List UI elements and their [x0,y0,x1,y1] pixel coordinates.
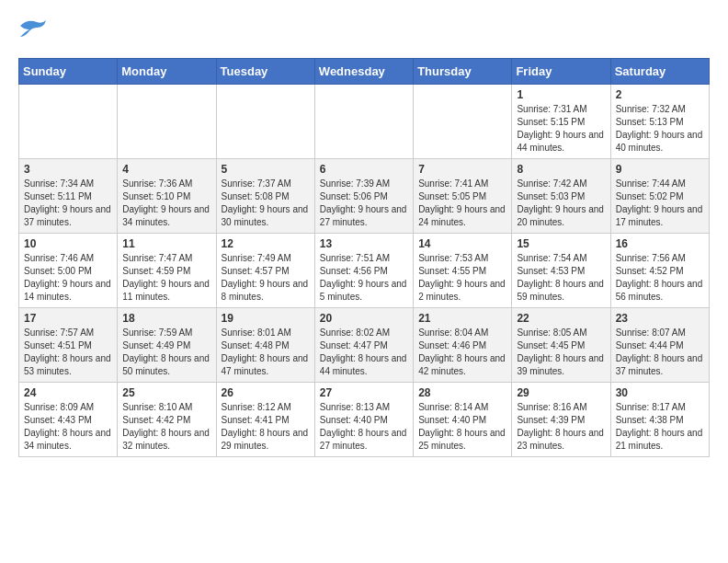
calendar-cell: 3Sunrise: 7:34 AM Sunset: 5:11 PM Daylig… [19,159,118,234]
day-number: 19 [222,312,310,325]
calendar-cell: 18Sunrise: 7:59 AM Sunset: 4:49 PM Dayli… [118,308,216,383]
calendar-cell: 29Sunrise: 8:16 AM Sunset: 4:39 PM Dayli… [512,383,610,457]
day-info: Sunrise: 8:16 AM Sunset: 4:39 PM Dayligh… [517,401,605,453]
calendar-week-row: 24Sunrise: 8:09 AM Sunset: 4:43 PM Dayli… [19,383,710,457]
day-info: Sunrise: 8:12 AM Sunset: 4:41 PM Dayligh… [222,401,310,453]
day-info: Sunrise: 7:51 AM Sunset: 4:56 PM Dayligh… [320,252,408,304]
day-info: Sunrise: 8:13 AM Sunset: 4:40 PM Dayligh… [320,401,408,453]
day-number: 25 [122,386,210,399]
day-info: Sunrise: 7:46 AM Sunset: 5:00 PM Dayligh… [24,252,112,304]
column-header-sunday: Sunday [19,59,118,85]
day-number: 18 [122,312,210,325]
calendar-cell: 4Sunrise: 7:36 AM Sunset: 5:10 PM Daylig… [118,159,216,234]
day-info: Sunrise: 7:34 AM Sunset: 5:11 PM Dayligh… [24,178,112,229]
day-info: Sunrise: 7:59 AM Sunset: 4:49 PM Dayligh… [122,327,210,378]
day-number: 22 [517,312,605,325]
column-header-thursday: Thursday [414,59,512,85]
day-info: Sunrise: 7:44 AM Sunset: 5:02 PM Dayligh… [616,178,704,229]
day-info: Sunrise: 8:09 AM Sunset: 4:43 PM Dayligh… [24,401,112,453]
day-info: Sunrise: 8:07 AM Sunset: 4:44 PM Dayligh… [616,327,704,378]
calendar-cell: 20Sunrise: 8:02 AM Sunset: 4:47 PM Dayli… [314,308,413,383]
day-info: Sunrise: 7:53 AM Sunset: 4:55 PM Dayligh… [418,252,506,304]
calendar-cell: 17Sunrise: 7:57 AM Sunset: 4:51 PM Dayli… [19,308,118,383]
calendar-cell: 16Sunrise: 7:56 AM Sunset: 4:52 PM Dayli… [610,234,709,308]
calendar-cell [414,85,512,159]
calendar-cell: 25Sunrise: 8:10 AM Sunset: 4:42 PM Dayli… [118,383,216,457]
calendar-week-row: 10Sunrise: 7:46 AM Sunset: 5:00 PM Dayli… [19,234,710,308]
day-info: Sunrise: 7:37 AM Sunset: 5:08 PM Dayligh… [222,178,310,229]
day-number: 26 [222,386,310,399]
calendar-cell: 12Sunrise: 7:49 AM Sunset: 4:57 PM Dayli… [216,234,314,308]
day-info: Sunrise: 7:57 AM Sunset: 4:51 PM Dayligh… [24,327,112,378]
calendar-cell [118,85,216,159]
day-number: 2 [616,88,704,101]
calendar-cell: 21Sunrise: 8:04 AM Sunset: 4:46 PM Dayli… [414,308,512,383]
day-info: Sunrise: 7:32 AM Sunset: 5:13 PM Dayligh… [616,103,704,155]
calendar-week-row: 1Sunrise: 7:31 AM Sunset: 5:15 PM Daylig… [19,85,710,159]
column-header-tuesday: Tuesday [216,59,314,85]
calendar-cell: 24Sunrise: 8:09 AM Sunset: 4:43 PM Dayli… [19,383,118,457]
day-number: 11 [122,237,210,250]
day-number: 24 [24,386,112,399]
logo-text [18,18,48,43]
calendar-cell: 10Sunrise: 7:46 AM Sunset: 5:00 PM Dayli… [19,234,118,308]
day-info: Sunrise: 8:14 AM Sunset: 4:40 PM Dayligh… [418,401,506,453]
calendar-cell: 15Sunrise: 7:54 AM Sunset: 4:53 PM Dayli… [512,234,610,308]
calendar-cell: 14Sunrise: 7:53 AM Sunset: 4:55 PM Dayli… [414,234,512,308]
calendar-cell [314,85,413,159]
column-header-wednesday: Wednesday [314,59,413,85]
day-number: 14 [418,237,506,250]
day-info: Sunrise: 7:56 AM Sunset: 4:52 PM Dayligh… [616,252,704,304]
day-info: Sunrise: 7:36 AM Sunset: 5:10 PM Dayligh… [122,178,210,229]
day-number: 4 [122,163,210,176]
column-header-friday: Friday [512,59,610,85]
calendar-cell: 7Sunrise: 7:41 AM Sunset: 5:05 PM Daylig… [414,159,512,234]
day-number: 8 [517,163,605,176]
day-number: 23 [616,312,704,325]
day-info: Sunrise: 8:05 AM Sunset: 4:45 PM Dayligh… [517,327,605,378]
calendar-cell: 8Sunrise: 7:42 AM Sunset: 5:03 PM Daylig… [512,159,610,234]
day-number: 13 [320,237,408,250]
logo-bird-icon [20,18,48,39]
calendar-week-row: 3Sunrise: 7:34 AM Sunset: 5:11 PM Daylig… [19,159,710,234]
day-number: 28 [418,386,506,399]
day-number: 1 [517,88,605,101]
day-info: Sunrise: 7:49 AM Sunset: 4:57 PM Dayligh… [222,252,310,304]
day-number: 5 [222,163,310,176]
page-header [18,18,710,43]
calendar-cell: 19Sunrise: 8:01 AM Sunset: 4:48 PM Dayli… [216,308,314,383]
day-number: 29 [517,386,605,399]
day-number: 3 [24,163,112,176]
day-number: 16 [616,237,704,250]
day-info: Sunrise: 7:47 AM Sunset: 4:59 PM Dayligh… [122,252,210,304]
calendar-cell [19,85,118,159]
day-info: Sunrise: 7:31 AM Sunset: 5:15 PM Dayligh… [517,103,605,155]
day-number: 6 [320,163,408,176]
day-number: 27 [320,386,408,399]
calendar-cell: 28Sunrise: 8:14 AM Sunset: 4:40 PM Dayli… [414,383,512,457]
calendar-cell [216,85,314,159]
day-info: Sunrise: 8:10 AM Sunset: 4:42 PM Dayligh… [122,401,210,453]
day-number: 15 [517,237,605,250]
day-number: 10 [24,237,112,250]
calendar-cell: 1Sunrise: 7:31 AM Sunset: 5:15 PM Daylig… [512,85,610,159]
calendar-table: SundayMondayTuesdayWednesdayThursdayFrid… [18,58,710,457]
calendar-cell: 2Sunrise: 7:32 AM Sunset: 5:13 PM Daylig… [610,85,709,159]
column-header-monday: Monday [118,59,216,85]
calendar-cell: 6Sunrise: 7:39 AM Sunset: 5:06 PM Daylig… [314,159,413,234]
day-info: Sunrise: 7:39 AM Sunset: 5:06 PM Dayligh… [320,178,408,229]
day-info: Sunrise: 8:17 AM Sunset: 4:38 PM Dayligh… [616,401,704,453]
day-number: 30 [616,386,704,399]
logo [18,18,48,43]
calendar-cell: 23Sunrise: 8:07 AM Sunset: 4:44 PM Dayli… [610,308,709,383]
day-number: 7 [418,163,506,176]
calendar-cell: 11Sunrise: 7:47 AM Sunset: 4:59 PM Dayli… [118,234,216,308]
day-info: Sunrise: 7:42 AM Sunset: 5:03 PM Dayligh… [517,178,605,229]
calendar-header-row: SundayMondayTuesdayWednesdayThursdayFrid… [19,59,710,85]
calendar-cell: 30Sunrise: 8:17 AM Sunset: 4:38 PM Dayli… [610,383,709,457]
day-number: 12 [222,237,310,250]
day-info: Sunrise: 7:41 AM Sunset: 5:05 PM Dayligh… [418,178,506,229]
day-number: 9 [616,163,704,176]
day-number: 20 [320,312,408,325]
calendar-week-row: 17Sunrise: 7:57 AM Sunset: 4:51 PM Dayli… [19,308,710,383]
